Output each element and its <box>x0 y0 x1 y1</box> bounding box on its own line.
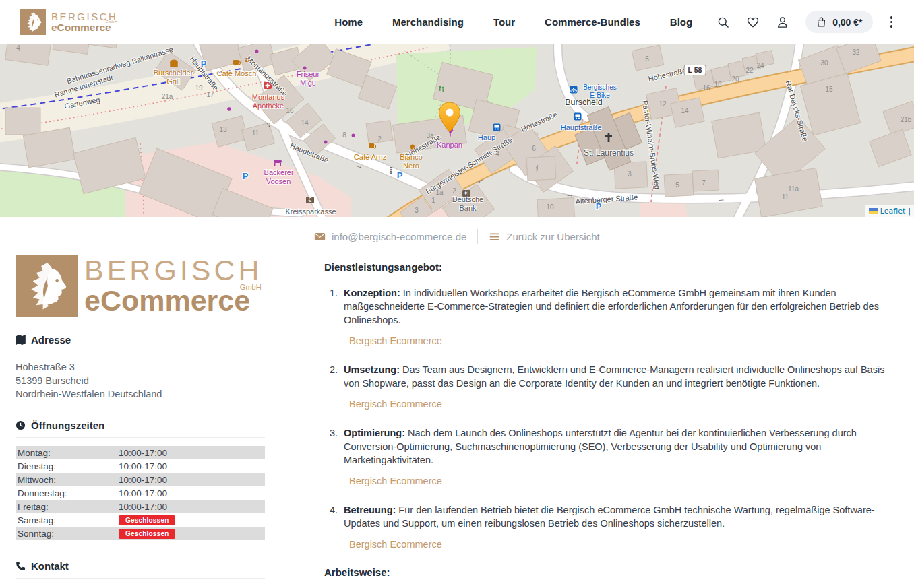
service-link[interactable]: Bergisch Ecommerce <box>349 539 442 550</box>
store-email-link[interactable]: info@bergisch-ecommerce.de <box>314 231 466 242</box>
label-gartenweg: Gartenweg <box>63 96 100 111</box>
account-icon[interactable] <box>776 15 789 29</box>
divider <box>16 352 265 352</box>
envelope-icon <box>314 231 326 242</box>
label-pastor-wilhelm-bruns-weg: Pastor-Wilhelm-Bruns-Weg <box>640 100 661 190</box>
divider <box>16 578 265 579</box>
more-menu-icon[interactable] <box>889 15 894 29</box>
site-header: BERGISCH eCommerce GmbH Home Merchandisi… <box>0 0 914 44</box>
label-baeckerei-voosen: Bäckerei Voosen <box>264 168 293 185</box>
label-burscheider-grill: Burscheider Grill <box>154 69 193 86</box>
label-friseur-migu: Friseur Migu <box>297 70 319 87</box>
address-city: 51399 Burscheid <box>16 374 265 387</box>
service-text: Umsetzung: Das Team aus Designern, Entwi… <box>344 363 898 390</box>
ukraine-flag-icon <box>869 208 878 214</box>
services-list: 1.Konzeption: In individuellen Workshops… <box>314 286 898 566</box>
label-burscheid: Burscheid <box>565 98 603 107</box>
opening-hours-row: Mittwoch:10:00-17:00 <box>16 473 265 486</box>
service-item: 2.Umsetzung: Das Team aus Designern, Ent… <box>330 363 898 426</box>
label-rat-deycks-strasse: Rat-Deycks-Straße <box>784 79 810 142</box>
label-rampe-innenstadt: Rampe Innenstadt <box>53 73 114 99</box>
parking-icon: P <box>596 202 602 212</box>
label-montanus-apotheke: Montanus Apotheke <box>252 93 284 110</box>
service-item: 1.Konzeption: In individuellen Workshops… <box>330 286 898 363</box>
nav-blog[interactable]: Blog <box>670 16 692 28</box>
label-housenumber: 11 <box>252 129 259 137</box>
service-link[interactable]: Bergisch Ecommerce <box>349 399 442 410</box>
hours-value: 10:00-17:00 <box>119 488 167 498</box>
label-st-laurentius: St. Laurentius <box>584 149 634 158</box>
label-housenumber: 13 <box>219 126 226 134</box>
label-montanusstrasse: Montanusstraße <box>245 55 289 98</box>
oneway-arrow: → <box>566 190 574 199</box>
day-label: Freitag: <box>18 502 119 512</box>
store-sidebar: BERGISCH eCommerce GmbH Adresse Höhestra… <box>16 217 265 588</box>
label-housenumber: 21a <box>162 93 173 101</box>
service-text: Betreuung: Für den laufenden Betrieb bie… <box>344 503 898 530</box>
label-housenumber: 6 <box>532 145 536 153</box>
label-hauptstrasse-mitte: Hauptstraße <box>289 141 330 164</box>
oneway-arrow: → <box>263 119 275 131</box>
label-housenumber: 14 <box>301 119 308 127</box>
parking-icon: P <box>397 171 403 181</box>
nav-home[interactable]: Home <box>334 16 363 28</box>
hours-value: 10:00-17:00 <box>119 475 167 485</box>
brand-logo[interactable]: BERGISCH eCommerce GmbH <box>20 9 117 35</box>
leaflet-link[interactable]: Leaflet <box>880 207 905 216</box>
lion-logo-icon <box>16 255 78 317</box>
service-link[interactable]: Bergisch Ecommerce <box>349 335 442 346</box>
attribution-separator: | <box>908 207 911 216</box>
parking-icon: P <box>243 172 249 182</box>
back-to-overview-link[interactable]: Zurück zur Übersicht <box>489 231 599 242</box>
search-icon[interactable] <box>717 15 730 29</box>
shopping-bag-icon <box>816 16 827 28</box>
label-housenumber: 3 <box>415 207 419 215</box>
label-housenumber: 2 <box>452 187 456 195</box>
opening-hours-heading: Öffnungszeiten <box>16 420 265 431</box>
store-locator-map[interactable]: € € Bahntrassenradweg BalkantrasseRampe … <box>0 44 914 217</box>
label-housenumber: 32 <box>852 48 859 57</box>
day-label: Samstag: <box>18 515 119 525</box>
oneway-arrow: ← <box>474 174 486 187</box>
label-housenumber: 5 <box>675 181 679 189</box>
clock-icon <box>16 420 26 430</box>
label-housenumber: 1 <box>535 166 539 174</box>
service-link[interactable]: Bergisch Ecommerce <box>349 476 442 486</box>
nav-commerce-bundles[interactable]: Commerce-Bundles <box>545 16 640 28</box>
map-marker[interactable] <box>438 102 461 133</box>
label-housenumber: 8 <box>342 131 346 139</box>
label-hoehestrasse-ost: Höhestraße <box>648 66 688 83</box>
opening-hours-row: Freitag:10:00-17:00 <box>16 500 265 513</box>
workflow-title: Arbeitsweise: <box>324 566 898 578</box>
day-label: Mittwoch: <box>18 475 119 485</box>
label-housenumber: 2 <box>377 135 382 143</box>
nav-merchandising[interactable]: Merchandising <box>392 16 464 28</box>
label-cafe-arnz: Café Arnz <box>354 153 386 162</box>
label-housenumber: 22 <box>745 67 753 75</box>
opening-hours-row: Donnerstag:10:00-17:00 <box>16 486 265 500</box>
label-housenumber: 14 <box>681 107 688 115</box>
logo-suffix: GmbH <box>240 283 262 291</box>
nav-tour[interactable]: Tour <box>493 16 515 28</box>
label-housenumber: 30 <box>820 59 828 67</box>
label-housenumber: 17 <box>206 91 214 99</box>
label-bus-stop-hauptstrasse: Hauptstraße <box>561 123 602 132</box>
label-buergermeister-schmidt-strasse: Bürgermeister-Schmidt-Straße <box>424 135 514 196</box>
closed-badge: Geschlossen <box>119 515 175 525</box>
opening-hours-row: Sonntag:Geschlossen <box>16 527 265 540</box>
label-housenumber: 15 <box>825 86 832 94</box>
label-housenumber: 1 <box>431 197 435 205</box>
map-attribution: Leaflet | <box>865 205 914 217</box>
address-region: Nordrhein-Westfalen Deutschland <box>16 387 265 401</box>
contact-heading: Kontakt <box>16 560 265 572</box>
service-number: 4. <box>330 503 340 566</box>
label-housenumber: 1 <box>535 164 539 172</box>
cart-button[interactable]: 0,00 €* <box>805 11 872 33</box>
label-housenumber: 3 <box>628 170 632 178</box>
parking-icon: P <box>201 59 207 69</box>
label-deutsche-bank: Deutsche Bank <box>452 195 483 212</box>
wishlist-heart-icon[interactable] <box>746 15 760 29</box>
label-hoehestrasse-mitte: Höhestraße <box>520 110 559 134</box>
day-label: Donnerstag: <box>18 488 119 498</box>
store-detail-main: info@bergisch-ecommerce.de Zurück zur Üb… <box>265 217 898 588</box>
